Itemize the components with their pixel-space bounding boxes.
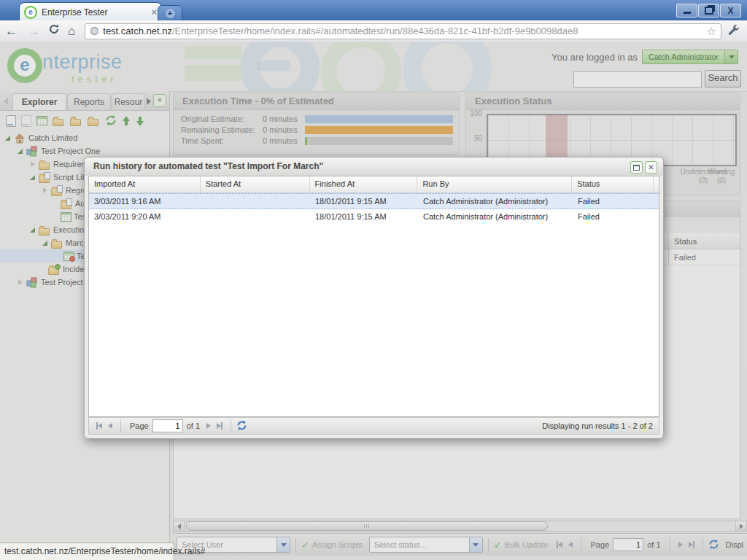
browser-toolbar: ← → ⌂ test.catch.net.nz /EnterpriseTeste…	[0, 20, 747, 42]
next-page-button[interactable]	[206, 420, 211, 432]
wrench-menu-button[interactable]	[727, 24, 740, 38]
run-history-dialog: Run history for automated test "Test Imp…	[84, 157, 664, 439]
reload-button[interactable]	[48, 23, 60, 39]
maximize-icon	[633, 165, 640, 171]
browser-status-tooltip: test.catch.net.nz/EnterpriseTester/home/…	[0, 542, 174, 560]
separator	[120, 419, 121, 432]
window-restore-button[interactable]	[698, 4, 719, 18]
previous-page-button[interactable]	[108, 420, 112, 432]
url-host: test.catch.net.nz	[103, 26, 172, 36]
refresh-icon	[236, 420, 247, 431]
reload-icon	[48, 23, 60, 35]
screen: e Enterprise Tester × + X ← → ⌂ test.cat…	[0, 0, 747, 560]
dialog-title-bar[interactable]: Run history for automated test "Test Imp…	[85, 158, 663, 176]
first-page-icon	[98, 423, 102, 429]
window-minimize-button[interactable]	[676, 4, 697, 18]
wrench-icon	[727, 24, 740, 36]
forward-button[interactable]: →	[28, 24, 40, 39]
page-of-label: of 1	[187, 421, 200, 430]
site-favicon: e	[24, 6, 37, 19]
run-row[interactable]: 3/03/2011 9:20 AM 18/01/2011 9:15 AM Cat…	[89, 209, 659, 225]
refresh-button[interactable]	[236, 420, 247, 432]
column-run-by[interactable]: Run By	[417, 176, 572, 192]
dialog-title: Run history for automated test "Test Imp…	[93, 161, 323, 171]
next-page-icon	[206, 423, 211, 429]
column-imported-at[interactable]: Imported At	[89, 176, 201, 192]
tab-close-icon[interactable]: ×	[151, 8, 157, 17]
plus-icon: +	[166, 9, 175, 18]
previous-page-icon	[108, 423, 112, 429]
column-filler	[654, 176, 659, 192]
run-history-grid: Imported At Started At Finished At Run B…	[88, 176, 659, 417]
dialog-pager-bar: Page of 1 Displaying run results 1 - 2 o…	[88, 417, 659, 435]
run-row-selected[interactable]: 3/03/2011 9:16 AM 18/01/2011 9:15 AM Cat…	[89, 193, 659, 209]
minimize-icon	[684, 12, 691, 14]
browser-tab-strip: e Enterprise Tester × + X	[0, 0, 747, 20]
last-page-button[interactable]	[217, 420, 222, 432]
column-started-at[interactable]: Started At	[201, 176, 310, 192]
restore-icon	[705, 7, 713, 15]
grid-header-row: Imported At Started At Finished At Run B…	[89, 176, 659, 193]
url-path: /EnterpriseTester/home/index.rails#/auto…	[172, 26, 704, 36]
dialog-close-button[interactable]: ✕	[645, 161, 657, 174]
results-summary: Displaying run results 1 - 2 of 2	[542, 421, 653, 430]
separator	[231, 419, 231, 432]
page-number-input[interactable]	[152, 419, 183, 432]
page-label: Page	[130, 421, 149, 430]
bookmark-star-icon[interactable]: ☆	[707, 25, 716, 38]
tab-title: Enterprise Tester	[42, 7, 151, 18]
new-tab-button[interactable]: +	[158, 5, 182, 22]
globe-icon	[90, 26, 99, 36]
first-page-button[interactable]	[96, 420, 102, 432]
column-finished-at[interactable]: Finished At	[310, 176, 418, 192]
back-button[interactable]: ←	[5, 24, 18, 39]
url-bar[interactable]: test.catch.net.nz /EnterpriseTester/home…	[85, 23, 721, 39]
dialog-maximize-button[interactable]	[630, 161, 643, 174]
home-button[interactable]: ⌂	[68, 24, 75, 39]
browser-tab[interactable]: e Enterprise Tester ×	[19, 2, 162, 21]
column-status[interactable]: Status	[572, 176, 654, 192]
window-close-button[interactable]: X	[720, 4, 741, 18]
